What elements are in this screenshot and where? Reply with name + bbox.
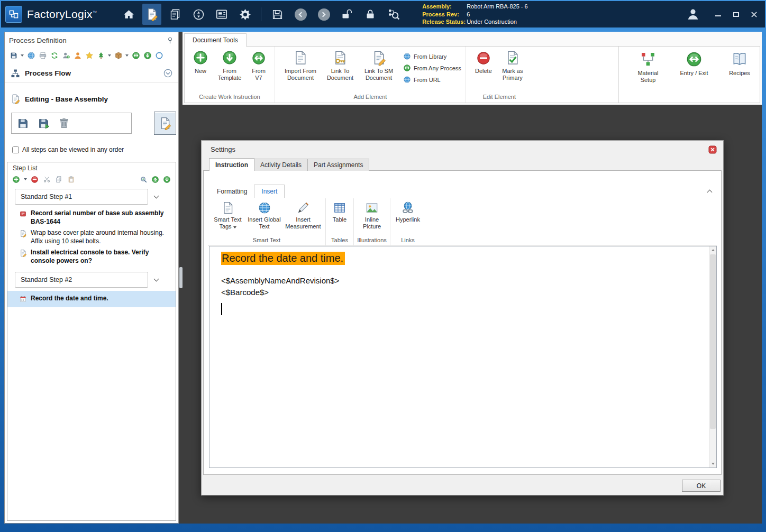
group-tables: Table Tables — [326, 198, 354, 245]
hyperlink-button[interactable]: Hyperlink — [392, 200, 424, 236]
import-from-document-button[interactable]: Import From Document — [282, 50, 319, 81]
scroll-down-button[interactable] — [709, 460, 716, 467]
news-button[interactable] — [212, 4, 231, 25]
save-icon[interactable] — [9, 51, 18, 60]
from-any-process-button[interactable]: From Any Process — [403, 64, 461, 72]
move-down-icon[interactable] — [162, 175, 171, 184]
group-label: Smart Text — [209, 236, 324, 245]
maximize-button[interactable] — [729, 7, 743, 21]
pin-icon[interactable] — [166, 36, 174, 44]
process-flow-row[interactable]: Process Flow — [5, 64, 178, 83]
back-button[interactable] — [291, 4, 310, 25]
smart-tag-assembly: <$AssemblyNameAndRevision$> — [221, 275, 709, 287]
dialog-close-button[interactable] — [708, 145, 717, 155]
save-button[interactable] — [268, 4, 287, 25]
instruction-editor[interactable]: Record the date and time. <$AssemblyName… — [209, 246, 717, 468]
ribbon-collapse-button[interactable] — [704, 187, 715, 196]
tab-activity-details[interactable]: Activity Details — [254, 159, 308, 171]
lock-button[interactable] — [361, 4, 380, 25]
any-order-checkbox[interactable] — [12, 146, 19, 153]
tree-icon[interactable] — [96, 51, 105, 60]
download-icon[interactable] — [143, 51, 152, 60]
sync-icon[interactable] — [50, 51, 59, 60]
paste-icon[interactable] — [67, 175, 76, 184]
transfer-icon[interactable] — [131, 51, 140, 60]
step-1-chevron-down-icon[interactable] — [148, 189, 164, 204]
delete-step-button[interactable] — [54, 115, 74, 132]
documents-stack-button[interactable] — [166, 4, 185, 25]
new-button[interactable]: New — [192, 50, 209, 75]
step-item-wrap-cover[interactable]: Wrap base cover plate around internal ho… — [7, 227, 176, 247]
user-account-button[interactable] — [682, 4, 704, 25]
print-icon[interactable] — [38, 51, 47, 60]
user-icon[interactable] — [73, 51, 82, 60]
tab-instruction[interactable]: Instruction — [209, 158, 254, 171]
forward-button[interactable] — [314, 4, 333, 25]
star-icon[interactable] — [85, 51, 94, 60]
from-template-button[interactable]: From Template — [215, 50, 244, 81]
link-to-document-button[interactable]: Link To Document — [324, 50, 356, 81]
link-to-sm-document-button[interactable]: Link To SM Document — [361, 50, 396, 81]
tree-dropdown-caret[interactable] — [108, 54, 111, 57]
tab-formatting[interactable]: Formatting — [210, 185, 254, 198]
remove-step-icon[interactable] — [30, 175, 39, 184]
delete-button[interactable]: Delete — [473, 50, 494, 75]
from-library-button[interactable]: From Library — [403, 52, 461, 60]
insert-measurement-button[interactable]: Insert Measurement — [282, 200, 324, 236]
ok-button[interactable]: OK — [682, 480, 721, 492]
entry-exit-button[interactable]: Entry / Exit — [676, 51, 713, 103]
step-item-record-serial[interactable]: Record serial number of base sub assembl… — [7, 208, 176, 227]
scrollbar-thumb[interactable] — [710, 254, 716, 429]
process-definition-button[interactable] — [142, 4, 161, 25]
link-to-sm-document-icon — [371, 50, 387, 66]
editor-scrollbar[interactable] — [709, 246, 716, 467]
web-icon[interactable] — [26, 51, 35, 60]
assembly-value: Robot Arm RBA-825 - 6 — [467, 3, 528, 11]
process-flow-icon — [10, 68, 21, 79]
step-header-2[interactable]: Standard Step #2 — [15, 272, 148, 288]
add-step-dropdown-caret[interactable] — [24, 178, 27, 180]
settings-gear-button[interactable] — [235, 4, 254, 25]
find-step-icon[interactable] — [139, 175, 148, 184]
any-order-row: All steps can be viewed in any order — [12, 144, 174, 155]
any-order-label[interactable]: All steps can be viewed in any order — [22, 146, 124, 153]
inline-picture-button[interactable]: Inline Picture — [355, 200, 388, 236]
table-button[interactable]: Table — [327, 200, 352, 236]
tab-document-tools[interactable]: Document Tools — [184, 33, 247, 47]
process-search-button[interactable] — [384, 4, 403, 25]
navigator-compass-button[interactable] — [189, 4, 208, 25]
recipes-button[interactable]: Recipes — [726, 51, 753, 103]
step-item-install-console[interactable]: Install electrical console to base. Veri… — [7, 247, 176, 267]
from-url-button[interactable]: From URL — [403, 76, 461, 84]
smart-text-tags-button[interactable]: Smart Text Tags — [209, 200, 246, 236]
move-up-icon[interactable] — [151, 175, 160, 184]
home-button[interactable] — [119, 4, 138, 25]
minimize-button[interactable] — [711, 7, 725, 21]
from-v7-button[interactable]: From V7 — [250, 50, 268, 81]
step-header-1[interactable]: Standard Step #1 — [15, 189, 148, 205]
insert-global-text-button[interactable]: Insert Global Text — [246, 200, 282, 236]
cut-icon[interactable] — [42, 175, 51, 184]
unlock-button[interactable] — [338, 4, 357, 25]
release-status-value: Under Construction — [467, 18, 517, 26]
save-step-button[interactable] — [13, 115, 32, 132]
material-setup-button[interactable]: Material Setup — [634, 51, 662, 103]
step-2-chevron-down-icon[interactable] — [148, 272, 164, 287]
step-list-group: Step List Standard Step #1 — [7, 162, 176, 521]
close-button[interactable] — [747, 7, 761, 21]
package-icon[interactable] — [114, 51, 123, 60]
process-flow-collapse-icon[interactable] — [163, 68, 173, 78]
step-item-record-date[interactable]: Record the date and time. — [7, 291, 176, 307]
edit-mode-toggle-button[interactable] — [154, 112, 176, 135]
add-user-icon[interactable] — [61, 51, 70, 60]
tab-part-assignments[interactable]: Part Assignments — [307, 159, 369, 171]
import-step-button[interactable] — [34, 115, 53, 132]
status-ring-icon[interactable] — [154, 51, 163, 60]
mark-as-primary-button[interactable]: Mark as Primary — [499, 50, 526, 81]
copy-icon[interactable] — [54, 175, 63, 184]
package-dropdown-caret[interactable] — [125, 54, 129, 57]
save-dropdown-caret[interactable] — [21, 54, 24, 57]
tab-insert[interactable]: Insert — [254, 185, 285, 198]
add-step-icon[interactable] — [12, 175, 21, 184]
scroll-up-button[interactable] — [709, 246, 716, 254]
